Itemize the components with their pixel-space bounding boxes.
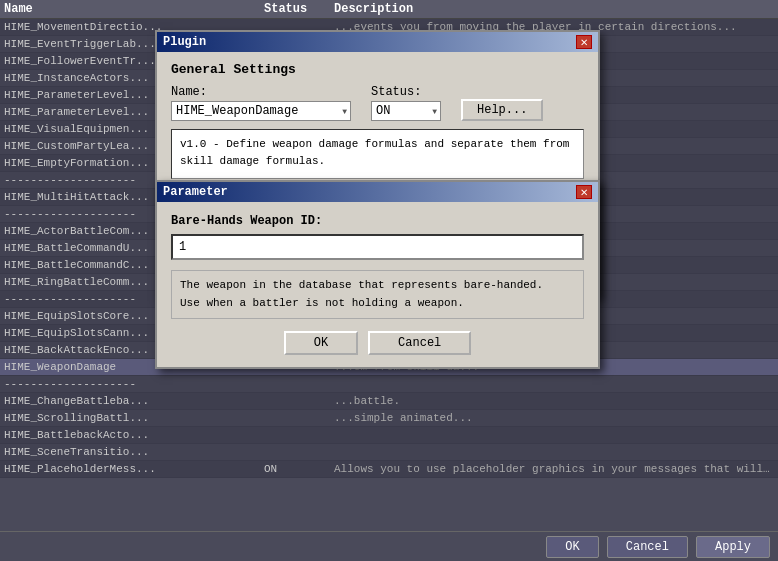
col-name: Name [4,2,264,16]
list-item-status [264,446,334,458]
description-text: v1.0 - Define weapon damage formulas and… [180,138,569,167]
list-item[interactable]: HIME_SceneTransitio... [0,444,778,461]
parameter-close-button[interactable]: ✕ [576,185,592,199]
help-button[interactable]: Help... [461,99,543,121]
plugin-close-button[interactable]: ✕ [576,35,592,49]
name-select[interactable]: HIME_WeaponDamage [171,101,351,121]
list-item-name: HIME_ScrollingBattl... [4,412,264,424]
list-item[interactable]: HIME_ScrollingBattl... ...simple animate… [0,410,778,427]
list-item-desc: ...battle. [334,395,774,407]
col-desc: Description [334,2,774,16]
list-item[interactable]: HIME_BattlebackActo... [0,427,778,444]
apply-button[interactable]: Apply [696,536,770,558]
list-item-name: -------------------- [4,378,264,390]
param-buttons: OK Cancel [171,331,584,355]
field-label: Bare-Hands Weapon ID: [171,214,584,228]
list-item-status [264,412,334,424]
list-item-desc [334,446,774,458]
status-select-wrapper[interactable]: ON OFF [371,101,441,121]
list-item[interactable]: -------------------- [0,376,778,393]
param-desc-line2: Use when a battler is not holding a weap… [180,295,575,313]
list-header: Name Status Description [0,0,778,19]
description-box: v1.0 - Define weapon damage formulas and… [171,129,584,179]
param-description: The weapon in the database that represen… [171,270,584,319]
list-item-desc [334,429,774,441]
plugin-title: Plugin [163,35,206,49]
parameter-title: Parameter [163,185,228,199]
param-ok-button[interactable]: OK [284,331,358,355]
list-item-desc: Allows you to use placeholder graphics i… [334,463,774,475]
parameter-titlebar: Parameter ✕ [157,182,598,202]
col-status: Status [264,2,334,16]
parameter-content: Bare-Hands Weapon ID: The weapon in the … [157,202,598,367]
param-cancel-button[interactable]: Cancel [368,331,471,355]
list-item[interactable]: HIME_ChangeBattleba... ...battle. [0,393,778,410]
name-select-wrapper[interactable]: HIME_WeaponDamage [171,101,351,121]
plugin-titlebar: Plugin ✕ [157,32,598,52]
cancel-button[interactable]: Cancel [607,536,688,558]
list-item[interactable]: HIME_PlaceholderMess... ON Allows you to… [0,461,778,478]
bottom-bar: OK Cancel Apply [0,531,778,561]
list-item-status [264,378,334,390]
status-label: Status: [371,85,441,99]
status-select[interactable]: ON OFF [371,101,441,121]
form-row-name-status: Name: HIME_WeaponDamage Status: ON OFF H [171,85,584,121]
list-item-name: HIME_BattlebackActo... [4,429,264,441]
general-settings-title: General Settings [171,62,584,77]
parameter-dialog: Parameter ✕ Bare-Hands Weapon ID: The we… [155,180,600,369]
field-input[interactable] [171,234,584,260]
list-item-desc: ...simple animated... [334,412,774,424]
list-item-name: HIME_PlaceholderMess... [4,463,264,475]
form-group-name: Name: HIME_WeaponDamage [171,85,351,121]
list-item-status: ON [264,463,334,475]
param-desc-line1: The weapon in the database that represen… [180,277,575,295]
list-item-status [264,395,334,407]
name-label: Name: [171,85,351,99]
form-group-status: Status: ON OFF [371,85,441,121]
list-item-desc [334,378,774,390]
list-item-status [264,429,334,441]
list-item-name: HIME_ChangeBattleba... [4,395,264,407]
form-group-help: Help... [461,99,543,121]
list-item-name: HIME_SceneTransitio... [4,446,264,458]
ok-button[interactable]: OK [546,536,598,558]
